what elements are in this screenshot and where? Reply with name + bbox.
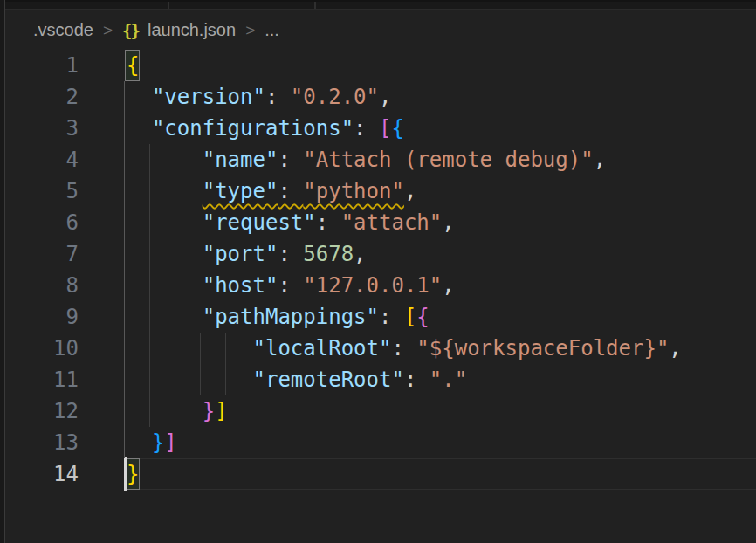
code-token: [127, 305, 203, 329]
line-number[interactable]: 3: [5, 113, 127, 144]
code-token: :: [278, 179, 303, 203]
code-token: ".": [430, 368, 467, 392]
code-token: }: [203, 399, 215, 423]
breadcrumb: .vscode > {} launch.json > ...: [5, 10, 756, 50]
code-token: "port": [203, 242, 278, 266]
code-token: "host": [203, 273, 278, 298]
bracket-match-highlight: {: [127, 53, 139, 78]
line-number[interactable]: 11: [5, 364, 127, 395]
code-line-content[interactable]: {: [127, 50, 756, 81]
code-line[interactable]: 8 "host": "127.0.0.1",: [5, 270, 756, 301]
code-line-content[interactable]: }: [127, 458, 756, 490]
code-line-content[interactable]: "version": "0.2.0",: [127, 81, 756, 113]
code-token: [: [379, 116, 391, 141]
breadcrumb-folder[interactable]: .vscode: [33, 20, 93, 40]
code-token: "name": [203, 148, 278, 172]
code-line[interactable]: 2 "version": "0.2.0",: [5, 81, 756, 113]
editor-group: .vscode > {} launch.json > ... 1{2 "vers…: [5, 0, 756, 543]
line-number[interactable]: 2: [5, 81, 127, 113]
code-token: [127, 430, 152, 455]
code-token: ,: [442, 210, 454, 235]
code-token: {: [391, 116, 403, 141]
code-token: ]: [215, 399, 227, 423]
line-number[interactable]: 14: [5, 458, 127, 490]
line-number[interactable]: 4: [5, 144, 127, 175]
code-line[interactable]: 6 "request": "attach",: [5, 207, 756, 238]
code-line-content[interactable]: "host": "127.0.0.1",: [127, 270, 756, 301]
code-area[interactable]: 1{2 "version": "0.2.0",3 "configurations…: [5, 50, 756, 543]
code-token: [127, 179, 203, 203]
indent-guide: [200, 333, 201, 395]
code-token: ,: [594, 148, 606, 172]
code-line[interactable]: 7 "port": 5678,: [5, 238, 756, 270]
code-token: [127, 210, 203, 235]
code-token: ,: [669, 336, 681, 361]
line-number[interactable]: 12: [5, 395, 127, 427]
code-line-content[interactable]: }]: [127, 395, 756, 427]
code-token: [127, 148, 203, 172]
code-line-content[interactable]: "localRoot": "${workspaceFolder}",: [127, 333, 756, 364]
code-line[interactable]: 5 "type": "python",: [5, 175, 756, 207]
code-token: "${workspaceFolder}": [416, 336, 669, 361]
code-token: :: [278, 148, 303, 172]
code-token: "request": [203, 210, 316, 235]
code-line[interactable]: 1{: [5, 50, 756, 81]
code-token: :: [379, 305, 404, 329]
code-token: "configurations": [152, 116, 354, 141]
line-number[interactable]: 10: [5, 333, 127, 364]
code-token: "remoteRoot": [253, 368, 404, 392]
code-line-content[interactable]: "pathMappings": [{: [127, 301, 756, 333]
chevron-right-icon: >: [245, 21, 255, 40]
code-line-content[interactable]: }]: [127, 427, 756, 458]
code-line[interactable]: 9 "pathMappings": [{: [5, 301, 756, 333]
code-token: :: [354, 116, 379, 141]
code-token: ,: [354, 242, 366, 266]
code-token: [: [404, 305, 416, 329]
code-line-content[interactable]: "port": 5678,: [127, 238, 756, 270]
indent-guide: [225, 333, 226, 395]
code-line[interactable]: 12 }]: [5, 395, 756, 427]
line-number[interactable]: 8: [5, 270, 127, 301]
code-line[interactable]: 11 "remoteRoot": ".": [5, 364, 756, 395]
indent-guide: [149, 144, 150, 427]
code-token: :: [278, 242, 303, 266]
tab-bar-strip: [5, 0, 756, 10]
indent-guide: [124, 81, 125, 458]
code-token: ]: [164, 430, 176, 455]
code-line-content[interactable]: "request": "attach",: [127, 207, 756, 238]
line-number[interactable]: 7: [5, 238, 127, 270]
code-line[interactable]: 3 "configurations": [{: [5, 113, 756, 144]
code-line[interactable]: 13 }]: [5, 427, 756, 458]
code-line[interactable]: 4 "name": "Attach (remote debug)",: [5, 144, 756, 175]
code-line[interactable]: 10 "localRoot": "${workspaceFolder}",: [5, 333, 756, 364]
code-token: }: [152, 430, 164, 455]
code-token: :: [265, 85, 291, 109]
code-token: :: [391, 336, 416, 361]
line-number[interactable]: 5: [5, 175, 127, 207]
code-line-content[interactable]: "remoteRoot": ".": [127, 364, 756, 395]
code-token: "Attach (remote debug)": [303, 148, 593, 172]
code-line-content[interactable]: "type": "python",: [127, 175, 756, 207]
code-line[interactable]: 14}: [5, 458, 756, 490]
text-cursor: }: [127, 462, 139, 486]
code-token: "0.2.0": [291, 85, 379, 109]
line-number[interactable]: 1: [5, 50, 127, 81]
code-token: "localRoot": [253, 336, 392, 361]
code-token: ,: [404, 179, 416, 203]
code-line-content[interactable]: "name": "Attach (remote debug)",: [127, 144, 756, 175]
indent-guide: [175, 144, 175, 427]
code-token: [127, 368, 253, 392]
line-number[interactable]: 9: [5, 301, 127, 333]
breadcrumb-file[interactable]: launch.json: [148, 20, 236, 40]
line-number[interactable]: 13: [5, 427, 127, 458]
code-token: :: [278, 273, 303, 298]
code-line-content[interactable]: "configurations": [{: [127, 113, 756, 144]
vscode-editor-window: .vscode > {} launch.json > ... 1{2 "vers…: [0, 0, 756, 543]
chevron-right-icon: >: [103, 21, 113, 40]
code-token: [127, 85, 152, 109]
code-token: [127, 242, 203, 266]
code-token: :: [404, 368, 430, 392]
breadcrumb-symbol-path[interactable]: ...: [265, 20, 279, 40]
json-file-icon: {}: [122, 21, 139, 40]
line-number[interactable]: 6: [5, 207, 127, 238]
